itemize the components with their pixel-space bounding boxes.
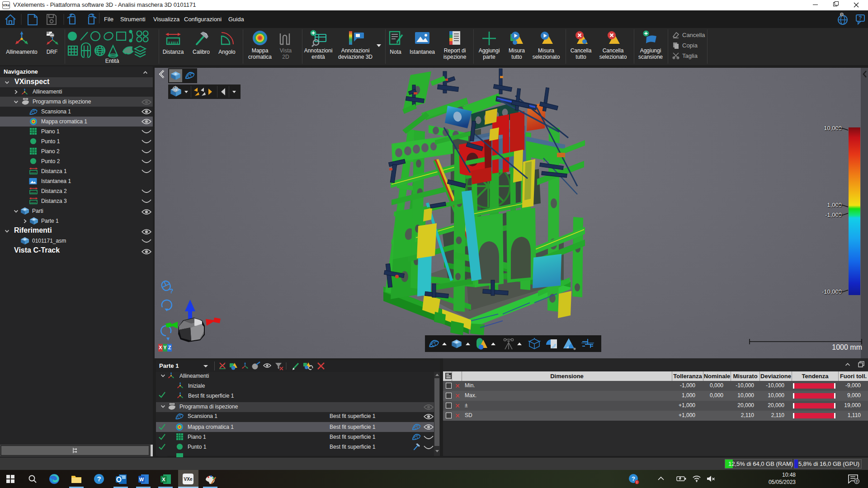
svg-text:?: ? bbox=[859, 15, 862, 21]
svg-text:!: ! bbox=[637, 481, 637, 484]
svg-text:X: X bbox=[162, 477, 165, 482]
svg-text:?: ? bbox=[97, 475, 101, 483]
svg-text:7: 7 bbox=[856, 479, 858, 483]
svg-text:W: W bbox=[139, 477, 144, 482]
svg-text:?: ? bbox=[841, 13, 843, 16]
svg-text:?: ? bbox=[632, 475, 635, 482]
